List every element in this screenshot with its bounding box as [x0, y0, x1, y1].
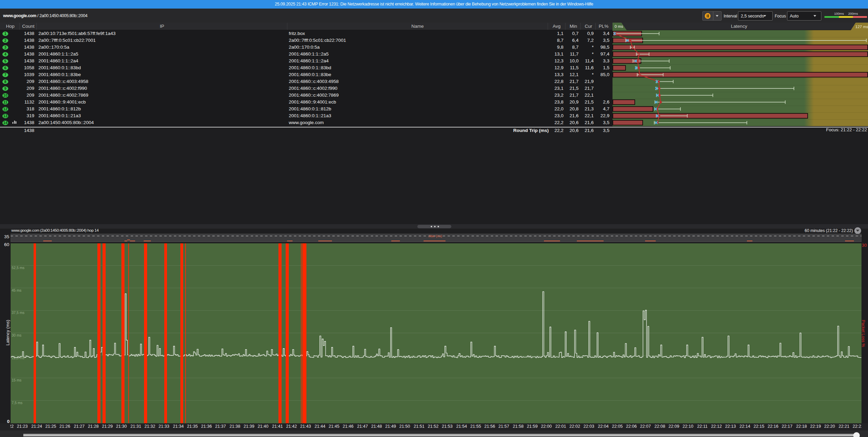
svg-text:15 ms: 15 ms: [12, 378, 22, 382]
svg-text:45 ms: 45 ms: [12, 288, 22, 292]
svg-text:30 ms: 30 ms: [12, 333, 22, 337]
svg-text:7,5 ms: 7,5 ms: [12, 401, 23, 405]
svg-text:37,5 ms: 37,5 ms: [12, 311, 24, 315]
svg-text:127 ms: 127 ms: [855, 25, 868, 29]
svg-text:52,5 ms: 52,5 ms: [12, 266, 24, 270]
svg-text:0 ms: 0 ms: [615, 24, 623, 28]
svg-text:22,5 ms: 22,5 ms: [12, 356, 24, 360]
